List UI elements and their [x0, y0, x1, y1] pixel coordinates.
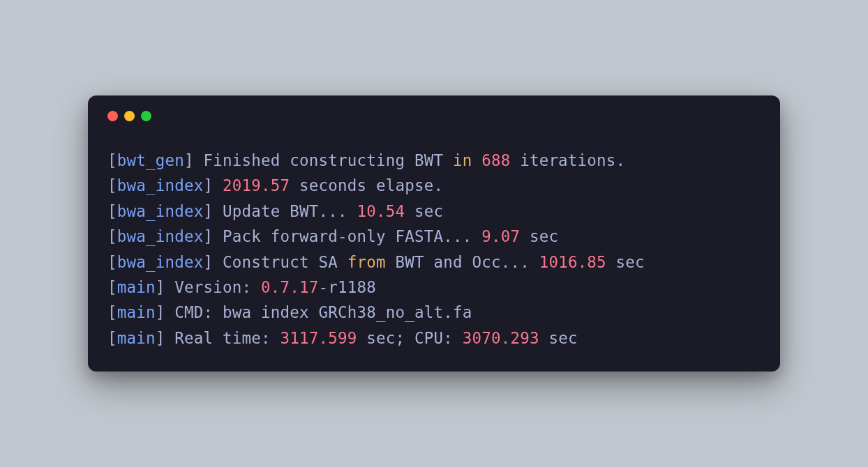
terminal-line: [main] CMD: bwa index GRCh38_no_alt.fa — [107, 300, 761, 325]
token-text: BWT and Occ — [386, 253, 501, 271]
token-text: sec — [357, 329, 395, 347]
token-punct: ... — [443, 227, 472, 245]
token-text: sec — [520, 227, 558, 245]
token-number: 688 — [481, 151, 510, 169]
terminal-line: [main] Version: 0.7.17-r1188 — [107, 275, 761, 300]
maximize-icon[interactable] — [141, 111, 151, 121]
token-bracket: ] — [156, 329, 165, 347]
token-bracket: ] — [203, 227, 213, 245]
token-tag: bwa_index — [117, 176, 204, 194]
token-bracket: ] — [156, 278, 165, 296]
token-text — [213, 176, 223, 194]
token-tag: main — [117, 329, 156, 347]
token-tag: main — [117, 303, 156, 321]
terminal-line: [bwa_index] Pack forward-only FASTA... 9… — [107, 224, 761, 249]
token-tag: bwa_index — [117, 202, 204, 220]
token-tag: bwt_gen — [117, 151, 184, 169]
token-punct: ... — [318, 202, 347, 220]
token-text: CPU: — [405, 329, 462, 347]
token-number: 0.7.17 — [261, 278, 318, 296]
token-text: sec — [539, 329, 578, 347]
token-bracket: [ — [107, 329, 117, 347]
token-punct: ; — [395, 329, 405, 347]
token-bracket: ] — [203, 176, 213, 194]
token-text: seconds elapse — [290, 176, 433, 194]
token-text: iterations — [510, 151, 615, 169]
token-number: 1016.85 — [539, 253, 606, 271]
token-bracket: ] — [203, 202, 213, 220]
token-text: -r1188 — [318, 278, 375, 296]
token-text: Update BWT — [213, 202, 318, 220]
token-number: 3070.293 — [463, 329, 539, 347]
token-bracket: ] — [184, 151, 194, 169]
token-bracket: ] — [156, 303, 165, 321]
token-text: sec — [606, 253, 645, 271]
token-text: sec — [405, 202, 443, 220]
token-text: CMD: bwa index GRCh38_no_alt — [165, 303, 444, 321]
token-text: Pack forward-only FASTA — [213, 227, 443, 245]
token-bracket: ] — [203, 253, 213, 271]
token-text: Finished constructing BWT — [194, 151, 453, 169]
terminal-output: [bwt_gen] Finished constructing BWT in 6… — [107, 148, 761, 351]
close-icon[interactable] — [107, 111, 118, 121]
terminal-line: [bwa_index] Update BWT... 10.54 sec — [107, 199, 761, 224]
token-number: 3117.599 — [280, 329, 357, 347]
token-keyword: from — [347, 253, 386, 271]
terminal-line: [bwa_index] 2019.57 seconds elapse. — [107, 173, 761, 198]
token-keyword: in — [453, 151, 472, 169]
token-bracket: [ — [107, 253, 117, 271]
token-number: 10.54 — [357, 202, 405, 220]
token-bracket: [ — [107, 151, 117, 169]
token-bracket: [ — [107, 202, 117, 220]
token-bracket: [ — [107, 303, 117, 321]
token-text — [530, 253, 539, 271]
terminal-line: [bwt_gen] Finished constructing BWT in 6… — [107, 148, 761, 173]
token-text: Real time: — [165, 329, 280, 347]
terminal-window: [bwt_gen] Finished constructing BWT in 6… — [88, 95, 780, 372]
minimize-icon[interactable] — [124, 111, 135, 121]
terminal-line: [main] Real time: 3117.599 sec; CPU: 307… — [107, 326, 761, 351]
token-tag: bwa_index — [117, 253, 204, 271]
token-tag: bwa_index — [117, 227, 204, 245]
token-punct: . — [433, 176, 443, 194]
token-text — [472, 151, 481, 169]
token-bracket: [ — [107, 278, 117, 296]
token-text: Construct SA — [213, 253, 347, 271]
token-text: fa — [453, 303, 472, 321]
token-bracket: [ — [107, 176, 117, 194]
token-text — [347, 202, 357, 220]
token-bracket: [ — [107, 227, 117, 245]
token-punct: . — [616, 151, 626, 169]
titlebar — [107, 111, 761, 121]
token-text — [472, 227, 481, 245]
token-text: Version: — [165, 278, 261, 296]
token-punct: ... — [501, 253, 530, 271]
token-punct: . — [443, 303, 453, 321]
token-tag: main — [117, 278, 156, 296]
terminal-line: [bwa_index] Construct SA from BWT and Oc… — [107, 250, 761, 275]
token-number: 2019.57 — [223, 176, 290, 194]
token-number: 9.07 — [481, 227, 520, 245]
